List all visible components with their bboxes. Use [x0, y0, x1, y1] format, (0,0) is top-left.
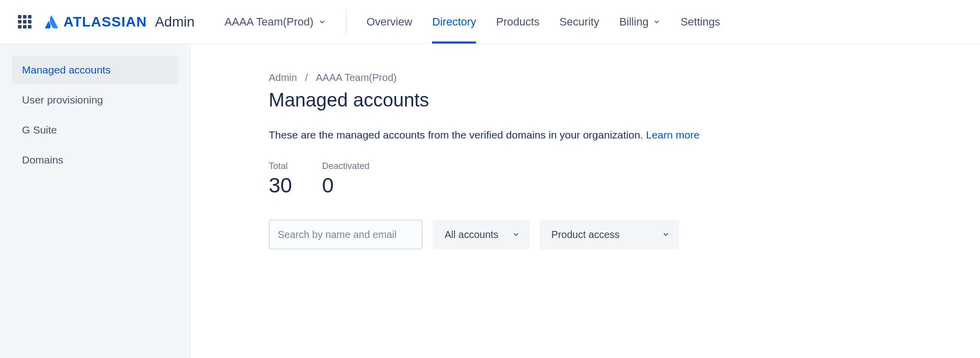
stat-total: Total 30 — [269, 161, 292, 198]
top-nav: Overview Directory Products Security Bil… — [367, 0, 720, 44]
sidebar-item-label: User provisioning — [22, 94, 103, 106]
toolbar: All accounts Product access — [269, 220, 956, 250]
atlassian-logo-icon — [43, 14, 58, 30]
main-content: Admin / AAAA Team(Prod) Managed accounts… — [191, 44, 980, 358]
search-input[interactable] — [269, 220, 423, 250]
stat-deactivated-label: Deactivated — [322, 161, 370, 172]
sidebar-item-user-provisioning[interactable]: User provisioning — [12, 86, 178, 114]
breadcrumb-separator: / — [305, 72, 308, 84]
header: ATLASSIAN Admin AAAA Team(Prod) Overview… — [0, 0, 980, 44]
chevron-down-icon — [512, 231, 519, 238]
nav-label: Products — [496, 16, 539, 28]
nav-security[interactable]: Security — [559, 0, 599, 44]
page-description: These are the managed accounts from the … — [269, 129, 956, 141]
sidebar-item-managed-accounts[interactable]: Managed accounts — [12, 56, 178, 84]
nav-settings[interactable]: Settings — [680, 0, 720, 44]
stat-total-label: Total — [269, 161, 292, 172]
filter-product-access-dropdown[interactable]: Product access — [539, 220, 679, 250]
brand-name: ATLASSIAN — [63, 14, 147, 30]
sidebar-item-g-suite[interactable]: G Suite — [12, 116, 178, 144]
sidebar: Managed accounts User provisioning G Sui… — [0, 44, 191, 358]
breadcrumb: Admin / AAAA Team(Prod) — [269, 72, 956, 84]
chevron-down-icon — [653, 18, 660, 26]
learn-more-link[interactable]: Learn more — [646, 129, 699, 140]
page-description-text: These are the managed accounts from the … — [269, 129, 646, 140]
nav-label: Directory — [432, 16, 476, 28]
sidebar-item-domains[interactable]: Domains — [12, 146, 178, 174]
breadcrumb-org[interactable]: AAAA Team(Prod) — [316, 72, 397, 84]
nav-directory[interactable]: Directory — [432, 0, 476, 44]
nav-label: Security — [559, 16, 599, 28]
filter-product-label: Product access — [551, 229, 620, 240]
org-name: AAAA Team(Prod) — [225, 16, 314, 28]
filter-accounts-label: All accounts — [445, 229, 498, 240]
sidebar-item-label: Domains — [22, 154, 63, 166]
stat-deactivated-value: 0 — [322, 174, 370, 198]
nav-label: Billing — [619, 16, 649, 28]
sidebar-item-label: G Suite — [22, 124, 57, 136]
filter-accounts-dropdown[interactable]: All accounts — [433, 220, 529, 250]
nav-overview[interactable]: Overview — [367, 0, 413, 44]
layout: Managed accounts User provisioning G Sui… — [0, 44, 980, 358]
nav-billing[interactable]: Billing — [619, 0, 661, 44]
nav-label: Overview — [367, 16, 413, 28]
page-title: Managed accounts — [269, 90, 956, 111]
chevron-down-icon — [662, 231, 669, 238]
breadcrumb-admin[interactable]: Admin — [269, 72, 297, 84]
logo[interactable]: ATLASSIAN Admin — [43, 14, 195, 30]
org-selector[interactable]: AAAA Team(Prod) — [225, 16, 342, 28]
stats: Total 30 Deactivated 0 — [269, 161, 956, 198]
app-switcher-icon[interactable] — [16, 13, 33, 30]
brand-suffix: Admin — [155, 14, 194, 30]
nav-products[interactable]: Products — [496, 0, 539, 44]
nav-label: Settings — [680, 16, 720, 28]
chevron-down-icon — [319, 18, 326, 26]
sidebar-item-label: Managed accounts — [22, 64, 110, 76]
stat-deactivated: Deactivated 0 — [322, 161, 370, 198]
stat-total-value: 30 — [269, 174, 292, 198]
